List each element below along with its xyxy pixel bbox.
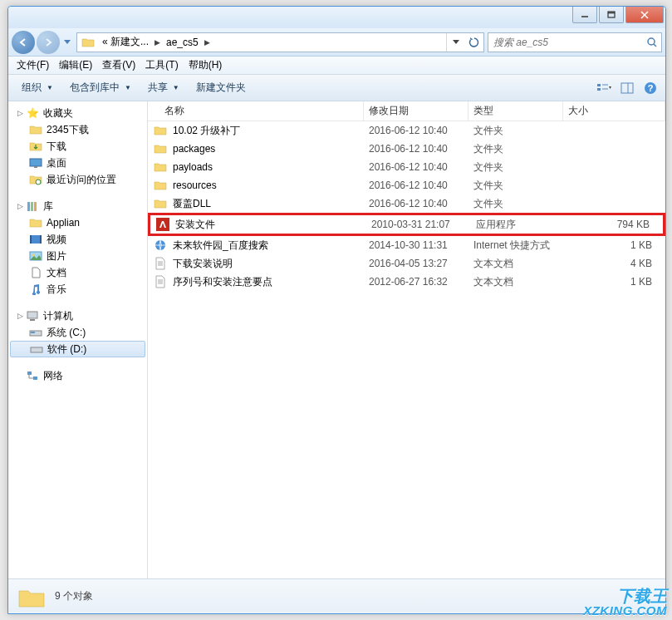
- maximize-button[interactable]: [599, 7, 624, 23]
- picture-icon: [28, 249, 43, 263]
- file-date: 2016-06-12 10:40: [369, 143, 473, 155]
- sidebar-item[interactable]: 视频: [8, 231, 147, 248]
- folder-icon: [153, 160, 168, 174]
- file-date: 2016-06-12 10:40: [369, 198, 473, 209]
- file-row[interactable]: 10.02 升级补丁2016-06-12 10:40文件夹: [148, 121, 665, 140]
- forward-button[interactable]: [37, 31, 60, 54]
- file-name: 10.02 升级补丁: [173, 124, 369, 138]
- svg-line-6: [654, 44, 656, 47]
- file-size: 4 KB: [568, 258, 665, 269]
- file-date: 2016-04-05 13:27: [369, 258, 473, 269]
- sidebar-item[interactable]: 桌面: [8, 155, 147, 171]
- file-row[interactable]: 序列号和安装注意要点2012-06-27 16:32文本文档1 KB: [148, 273, 665, 291]
- svg-rect-8: [597, 88, 601, 91]
- search-input[interactable]: [488, 37, 643, 48]
- explorer-window: « 新建文... ▶ ae_cs5 ▶ 文件(F) 编辑(E) 查看(V) 工具…: [7, 6, 666, 614]
- help-button[interactable]: ?: [640, 78, 660, 98]
- drive-icon: [28, 326, 43, 339]
- search-icon[interactable]: [643, 37, 661, 48]
- close-button[interactable]: [625, 7, 664, 23]
- search-box[interactable]: [488, 32, 662, 52]
- drive-icon: [29, 342, 44, 356]
- folder-icon: [153, 179, 168, 192]
- menu-help[interactable]: 帮助(H): [184, 58, 228, 72]
- sidebar-item-selected[interactable]: 软件 (D:): [10, 341, 145, 357]
- menu-bar: 文件(F) 编辑(E) 查看(V) 工具(T) 帮助(H): [8, 57, 665, 75]
- view-options-button[interactable]: [594, 78, 614, 98]
- file-type: Internet 快捷方式: [473, 239, 568, 253]
- titlebar[interactable]: [8, 7, 665, 28]
- sidebar-item[interactable]: 系统 (C:): [8, 324, 147, 341]
- svg-rect-23: [40, 235, 42, 244]
- file-name: payloads: [173, 161, 369, 173]
- column-name[interactable]: 名称: [148, 101, 364, 121]
- folder-icon: [80, 34, 96, 51]
- file-row[interactable]: 安装文件2010-03-31 21:07应用程序794 KB: [148, 213, 665, 236]
- file-row[interactable]: payloads2016-06-12 10:40文件夹: [148, 158, 665, 176]
- file-name: resources: [173, 180, 369, 191]
- svg-rect-7: [597, 84, 601, 86]
- refresh-button[interactable]: [465, 33, 483, 52]
- svg-rect-29: [31, 332, 35, 333]
- nav-history-dropdown[interactable]: [61, 33, 73, 52]
- network-icon: [25, 369, 40, 382]
- menu-file[interactable]: 文件(F): [12, 58, 54, 72]
- sidebar-item[interactable]: Applian: [8, 214, 147, 231]
- share-button[interactable]: 共享▼: [140, 77, 188, 98]
- back-button[interactable]: [12, 31, 35, 54]
- minimize-button[interactable]: [572, 7, 597, 23]
- chevron-right-icon[interactable]: ▶: [202, 38, 213, 47]
- svg-rect-21: [30, 235, 42, 244]
- sidebar-favorites[interactable]: ▷⭐收藏夹: [8, 105, 147, 121]
- preview-pane-button[interactable]: [617, 78, 637, 98]
- svg-rect-35: [156, 218, 169, 231]
- sidebar-network[interactable]: 网络: [8, 367, 147, 384]
- breadcrumb[interactable]: « 新建文... ▶ ae_cs5 ▶: [76, 32, 484, 52]
- sidebar-item[interactable]: 2345下载: [8, 121, 147, 138]
- sidebar-item[interactable]: 音乐: [8, 281, 147, 298]
- breadcrumb-seg-1[interactable]: « 新建文...: [99, 35, 152, 49]
- url-icon: [153, 239, 168, 252]
- sidebar-item[interactable]: 最近访问的位置: [8, 171, 147, 188]
- svg-rect-27: [30, 319, 35, 321]
- svg-point-25: [32, 254, 35, 257]
- svg-text:?: ?: [648, 83, 654, 93]
- file-type: 文件夹: [473, 197, 568, 211]
- menu-view[interactable]: 查看(V): [97, 58, 140, 72]
- file-row[interactable]: packages2016-06-12 10:40文件夹: [148, 140, 665, 158]
- svg-point-17: [36, 180, 41, 185]
- content-pane: 名称 修改日期 类型 大小 10.02 升级补丁2016-06-12 10:40…: [148, 101, 665, 578]
- sidebar-item[interactable]: 图片: [8, 248, 147, 264]
- file-date: 2016-06-12 10:40: [369, 125, 473, 136]
- column-size[interactable]: 大小: [563, 101, 665, 121]
- column-date[interactable]: 修改日期: [364, 101, 468, 121]
- file-name: packages: [173, 143, 369, 155]
- column-type[interactable]: 类型: [468, 101, 563, 121]
- folder-icon: [17, 584, 47, 609]
- newfolder-button[interactable]: 新建文件夹: [188, 77, 254, 98]
- breadcrumb-dropdown[interactable]: [447, 33, 465, 52]
- file-row[interactable]: 下载安装说明2016-04-05 13:27文本文档4 KB: [148, 254, 665, 273]
- folder-icon: [28, 216, 43, 229]
- chevron-right-icon[interactable]: ▶: [152, 38, 163, 47]
- sidebar-item[interactable]: 文档: [8, 264, 147, 281]
- file-row[interactable]: 未来软件园_百度搜索2014-10-30 11:31Internet 快捷方式1…: [148, 236, 665, 254]
- address-bar: « 新建文... ▶ ae_cs5 ▶: [8, 28, 665, 57]
- file-row[interactable]: 覆盖DLL2016-06-12 10:40文件夹: [148, 194, 665, 213]
- file-list[interactable]: 10.02 升级补丁2016-06-12 10:40文件夹packages201…: [148, 121, 665, 578]
- menu-tools[interactable]: 工具(T): [140, 58, 183, 72]
- svg-rect-26: [27, 312, 37, 318]
- svg-rect-22: [30, 235, 32, 244]
- sidebar-library[interactable]: ▷库: [8, 198, 147, 214]
- breadcrumb-seg-2[interactable]: ae_cs5: [163, 37, 202, 48]
- file-row[interactable]: resources2016-06-12 10:40文件夹: [148, 176, 665, 194]
- file-date: 2010-03-31 21:07: [371, 219, 476, 230]
- include-button[interactable]: 包含到库中▼: [61, 77, 140, 98]
- file-type: 文本文档: [473, 275, 568, 289]
- sidebar-item[interactable]: 下载: [8, 138, 147, 155]
- organize-button[interactable]: 组织▼: [13, 77, 61, 98]
- svg-rect-31: [27, 372, 32, 375]
- svg-rect-20: [34, 202, 37, 211]
- sidebar-computer[interactable]: ▷计算机: [8, 308, 147, 324]
- menu-edit[interactable]: 编辑(E): [54, 58, 97, 72]
